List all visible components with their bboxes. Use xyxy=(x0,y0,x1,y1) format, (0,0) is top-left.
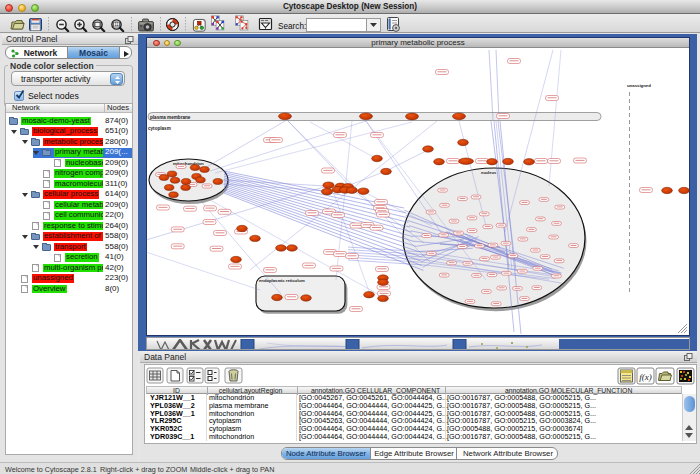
svg-text:plasma membrane: plasma membrane xyxy=(150,115,191,120)
svg-text:endoplasmic reticulum: endoplasmic reticulum xyxy=(259,278,305,283)
svg-text:11: 11 xyxy=(114,22,119,27)
svg-text:f(x): f(x) xyxy=(639,372,652,382)
svg-text:cytoplasm: cytoplasm xyxy=(148,126,171,131)
svg-text:unassigned: unassigned xyxy=(627,83,651,88)
svg-text:Search:: Search: xyxy=(278,22,306,31)
svg-text:nucleus: nucleus xyxy=(481,170,497,175)
